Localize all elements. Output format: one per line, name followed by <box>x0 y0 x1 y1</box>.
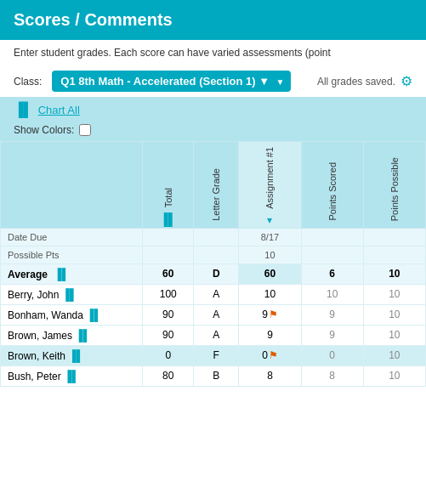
table-row: Bush, Peter ▐▌80B8810 <box>1 365 426 386</box>
name-col-header <box>1 142 143 229</box>
student-pts-possible: 10 <box>363 325 425 345</box>
possible-pts-row: Possible Pts 10 <box>1 246 426 263</box>
controls-row: Class: Q1 8th Math - Accelerated (Sectio… <box>0 65 426 97</box>
possible-pts-letter <box>194 246 239 263</box>
show-colors-row: Show Colors: <box>0 121 426 141</box>
date-due-letter <box>194 228 239 246</box>
average-label: Average ▐▌ <box>1 263 143 284</box>
student-name: Brown, Keith ▐▌ <box>1 345 143 365</box>
student-pts-possible: 10 <box>363 345 425 365</box>
student-pts-possible: 10 <box>363 304 425 325</box>
student-pts-scored: 10 <box>301 284 363 304</box>
student-letter: F <box>194 345 239 365</box>
chart-all-icon: ▐▌ <box>14 102 33 117</box>
assignment1-chevron[interactable]: ▾ <box>242 214 297 226</box>
column-header-row: Total ▐▌ Letter Grade Assignment #1 ▾ Po… <box>1 142 426 229</box>
average-pts-scored: 6 <box>301 263 363 284</box>
table-row: Berry, John ▐▌100A101010 <box>1 284 426 304</box>
grades-table: Total ▐▌ Letter Grade Assignment #1 ▾ Po… <box>0 141 426 387</box>
student-pts-possible: 10 <box>363 284 425 304</box>
student-assign1[interactable]: 0⚑ <box>239 345 301 365</box>
student-chart-icon[interactable]: ▐▌ <box>68 349 83 362</box>
date-due-label: Date Due <box>1 228 143 246</box>
show-colors-label: Show Colors: <box>14 124 74 136</box>
student-name: Brown, James ▐▌ <box>1 325 143 345</box>
average-total: 60 <box>143 263 194 284</box>
possible-pts-possible <box>363 246 425 263</box>
student-pts-scored: 9 <box>301 304 363 325</box>
student-assign1[interactable]: 10 <box>239 284 301 304</box>
page-header: Scores / Comments <box>0 0 426 40</box>
student-total: 80 <box>143 365 194 386</box>
possible-pts-value: 10 <box>239 246 301 263</box>
student-name: Bush, Peter ▐▌ <box>1 365 143 386</box>
student-chart-icon[interactable]: ▐▌ <box>62 288 77 301</box>
table-row: Brown, Keith ▐▌0F0⚑010 <box>1 345 426 365</box>
class-label: Class: <box>14 76 42 88</box>
gear-icon[interactable]: ⚙ <box>400 73 412 89</box>
student-pts-scored: 0 <box>301 345 363 365</box>
student-letter: A <box>194 284 239 304</box>
total-col-header: Total ▐▌ <box>143 142 194 229</box>
student-assign1[interactable]: 9⚑ <box>239 304 301 325</box>
chart-all-row: ▐▌ Chart All <box>0 97 426 121</box>
average-letter: D <box>194 263 239 284</box>
date-due-total <box>143 228 194 246</box>
average-row: Average ▐▌ 60 D 60 6 10 <box>1 263 426 284</box>
date-due-pts-possible <box>363 228 425 246</box>
page-title: Scores / Comments <box>14 10 412 30</box>
student-total: 90 <box>143 325 194 345</box>
student-assign1[interactable]: 8 <box>239 365 301 386</box>
possible-pts-total <box>143 246 194 263</box>
possible-pts-label: Possible Pts <box>1 246 143 263</box>
student-letter: A <box>194 325 239 345</box>
student-pts-scored: 9 <box>301 325 363 345</box>
page-subtitle: Enter student grades. Each score can hav… <box>0 40 426 65</box>
student-name: Bonham, Wanda ▐▌ <box>1 304 143 325</box>
student-chart-icon[interactable]: ▐▌ <box>86 309 101 321</box>
date-due-value: 8/17 <box>239 228 301 246</box>
chart-all-button[interactable]: Chart All <box>38 104 80 116</box>
total-chart-icon[interactable]: ▐▌ <box>160 212 177 226</box>
class-select[interactable]: Q1 8th Math - Accelerated (Section 1) ▼ <box>52 71 291 92</box>
points-scored-col-header: Points Scored <box>301 142 363 229</box>
saved-status: All grades saved. ⚙ <box>317 73 412 89</box>
student-chart-icon[interactable]: ▐▌ <box>64 370 79 382</box>
grades-table-wrapper: Total ▐▌ Letter Grade Assignment #1 ▾ Po… <box>0 141 426 387</box>
saved-text: All grades saved. <box>317 76 395 88</box>
possible-pts-scored <box>301 246 363 263</box>
date-due-pts-scored <box>301 228 363 246</box>
student-total: 90 <box>143 304 194 325</box>
assignment1-col-header: Assignment #1 ▾ <box>239 142 301 229</box>
student-total: 100 <box>143 284 194 304</box>
average-pts-possible: 10 <box>363 263 425 284</box>
student-letter: B <box>194 365 239 386</box>
flag-icon: ⚑ <box>269 349 278 361</box>
student-letter: A <box>194 304 239 325</box>
average-assign1[interactable]: 60 <box>239 263 301 284</box>
date-due-row: Date Due 8/17 <box>1 228 426 246</box>
class-select-wrapper[interactable]: Q1 8th Math - Accelerated (Section 1) ▼ <box>52 71 291 92</box>
letter-grade-col-header: Letter Grade <box>194 142 239 229</box>
show-colors-checkbox[interactable] <box>79 124 91 136</box>
student-chart-icon[interactable]: ▐▌ <box>75 329 90 342</box>
table-row: Brown, James ▐▌90A9910 <box>1 325 426 345</box>
table-row: Bonham, Wanda ▐▌90A9⚑910 <box>1 304 426 325</box>
points-possible-col-header: Points Possible <box>363 142 425 229</box>
flag-icon: ⚑ <box>269 309 278 320</box>
student-assign1[interactable]: 9 <box>239 325 301 345</box>
average-chart-icon[interactable]: ▐▌ <box>54 268 69 280</box>
student-pts-scored: 8 <box>301 365 363 386</box>
student-pts-possible: 10 <box>363 365 425 386</box>
student-total: 0 <box>143 345 194 365</box>
student-name: Berry, John ▐▌ <box>1 284 143 304</box>
